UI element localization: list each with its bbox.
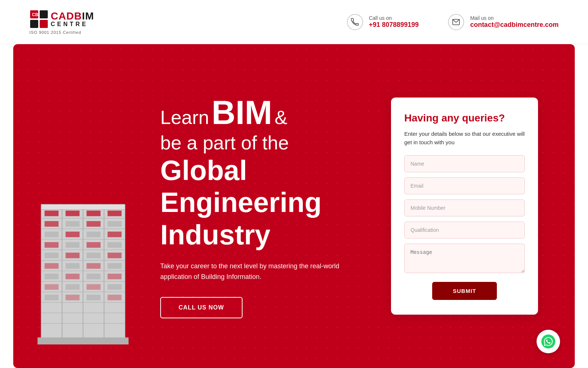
whatsapp-icon (541, 335, 555, 348)
query-form-panel: Having any queries? Enter your details b… (391, 98, 538, 315)
header: CB CADBIM CENTRE ISO 9001:2015 Certified… (0, 0, 588, 44)
name-input[interactable] (404, 155, 525, 172)
logo-text: CADBIM CENTRE (51, 11, 94, 27)
cta-button[interactable]: CALL US NOW (160, 297, 243, 318)
email-info: Mail us on contact@cadbimcentre.com (470, 15, 559, 29)
whatsapp-fab[interactable] (537, 330, 560, 353)
mobile-input[interactable] (404, 199, 525, 216)
email-icon (452, 18, 460, 26)
headline-bim: BIM (212, 94, 272, 131)
form-title: Having any queries? (404, 112, 525, 124)
headline-line2: be a part of the (160, 132, 391, 154)
email-contact: Mail us on contact@cadbimcentre.com (448, 14, 559, 30)
phone-contact: Call us on +91 8078899199 (347, 14, 419, 30)
phone-icon (351, 18, 359, 26)
svg-rect-3 (30, 20, 38, 28)
header-contacts: Call us on +91 8078899199 Mail us on con… (347, 14, 559, 30)
phone-value: +91 8078899199 (369, 21, 419, 29)
hero-section: Learn BIM & be a part of the Global Engi… (13, 44, 575, 368)
svg-rect-2 (40, 10, 48, 18)
hero-subtext: Take your career to the next level by ma… (160, 261, 344, 282)
headline-and: & (275, 107, 287, 128)
phone-label: Call us on (369, 15, 419, 21)
hero-wrapper: Learn BIM & be a part of the Global Engi… (0, 44, 588, 368)
message-textarea[interactable] (404, 244, 525, 273)
phone-info: Call us on +91 8078899199 (369, 15, 419, 29)
svg-text:CB: CB (32, 12, 39, 17)
form-subtitle: Enter your details below so that our exe… (404, 130, 525, 146)
headline-learn: Learn (160, 107, 209, 128)
logo-box: CB CADBIM CENTRE (29, 10, 94, 29)
email-icon-wrap (448, 14, 464, 30)
headline-line4: Industry (160, 219, 391, 251)
hero-content: Learn BIM & be a part of the Global Engi… (13, 72, 391, 340)
logo-iso: ISO 9001:2015 Certified (29, 30, 94, 35)
logo-centre: CENTRE (51, 21, 94, 27)
email-label: Mail us on (470, 15, 559, 21)
svg-rect-4 (40, 20, 48, 28)
email-value: contact@cadbimcentre.com (470, 21, 559, 29)
submit-button[interactable]: SUBMIT (432, 282, 497, 300)
qualification-input[interactable] (404, 222, 525, 238)
phone-icon-wrap (347, 14, 363, 30)
logo-icon: CB (29, 10, 49, 29)
logo-area: CB CADBIM CENTRE ISO 9001:2015 Certified (29, 10, 94, 35)
logo-name: CADBIM (51, 11, 94, 21)
headline-line3: Global Engineering (160, 154, 391, 219)
email-input[interactable] (404, 177, 525, 194)
hero-headline: Learn BIM & be a part of the Global Engi… (160, 94, 391, 250)
